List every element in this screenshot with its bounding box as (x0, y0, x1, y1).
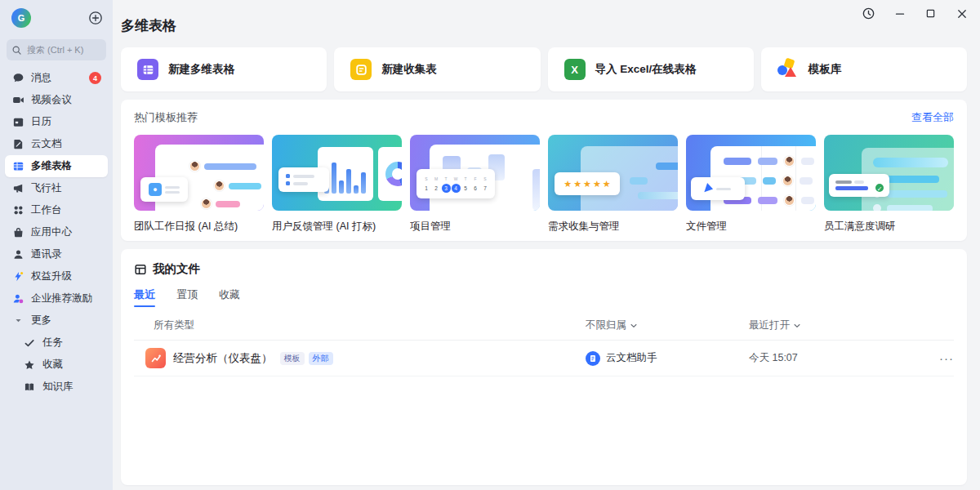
sidebar-item-label: 视频会议 (31, 93, 72, 107)
sidebar-item-bitable[interactable]: 多维表格 (5, 155, 108, 177)
doc-icon (11, 138, 24, 151)
template-thumbnail: ● (134, 135, 264, 211)
star-icon: ★ (593, 180, 601, 189)
sidebar-item-wiki[interactable]: 知识库 (5, 376, 108, 398)
files-filter-row: 所有类型 不限归属 最近打开 (134, 318, 954, 332)
page-title: 多维表格 (121, 16, 967, 36)
sidebar-item-referral[interactable]: 企业推荐激励 (5, 287, 108, 310)
template-library-button[interactable]: 模板库 (761, 47, 967, 91)
last-opened-time: 今天 15:07 (749, 351, 924, 365)
megaphone-icon (11, 182, 24, 195)
my-files-icon (134, 263, 147, 276)
new-bitable-button[interactable]: 新建多维表格 (121, 47, 327, 91)
search-box[interactable] (7, 39, 106, 60)
sidebar-item-app-center[interactable]: 应用中心 (5, 221, 108, 243)
calendar-icon (11, 116, 24, 129)
sidebar-item-label: 企业推荐激励 (31, 292, 92, 305)
template-card-requirements[interactable]: ★★★★★ 需求收集与管理 (548, 135, 678, 234)
new-bitable-icon (137, 59, 158, 80)
template-badge: 模板 (280, 352, 305, 365)
sidebar-item-messages[interactable]: 消息 4 (5, 67, 108, 89)
template-thumbnail: SMTWTFS 1234567 (410, 135, 540, 211)
sidebar-item-label: 多维表格 (31, 159, 72, 173)
my-files-panel: 我的文件 最近 置顶 收藏 所有类型 不限归属 最近打开 经营分析（仪表盘） (121, 249, 967, 485)
filter-all-types: 所有类型 (134, 318, 586, 332)
tab-favorites[interactable]: 收藏 (219, 287, 240, 307)
sidebar-item-label: 收藏 (42, 358, 63, 372)
action-label: 新建收集表 (381, 62, 437, 77)
thumb-calendar-chip: SMTWTFS 1234567 (416, 169, 495, 198)
template-thumbnail (686, 135, 816, 211)
sidebar-item-label: 更多 (31, 314, 51, 327)
sidebar-item-tasks[interactable]: 任务 (5, 332, 108, 354)
chat-icon (11, 72, 24, 85)
template-card-label: 团队工作日报 (AI 总结) (134, 220, 264, 234)
action-label: 模板库 (808, 62, 842, 77)
template-card-project[interactable]: SMTWTFS 1234567 项目管理 (410, 135, 540, 234)
template-card-label: 员工满意度调研 (824, 220, 954, 234)
sidebar-item-label: 知识库 (42, 380, 74, 394)
add-icon[interactable] (88, 11, 103, 25)
sidebar-item-contacts[interactable]: 通讯录 (5, 243, 108, 265)
template-card-feedback[interactable]: 用户反馈管理 (AI 打标) (272, 135, 402, 234)
template-card-file-management[interactable]: 文件管理 (686, 135, 816, 234)
book-icon (23, 381, 36, 394)
sidebar-item-label: 权益升级 (31, 270, 72, 283)
close-icon[interactable] (955, 7, 969, 20)
minimize-icon[interactable] (893, 7, 906, 20)
more-icon[interactable]: ··· (924, 351, 954, 365)
sidebar-item-community[interactable]: 飞行社 (5, 177, 108, 199)
maximize-icon[interactable] (924, 7, 938, 20)
bag-icon (11, 226, 24, 239)
star-icon: ★ (573, 180, 581, 189)
thumb-cursor-chip (691, 177, 745, 200)
new-form-icon (350, 59, 372, 80)
template-card-label: 需求收集与管理 (548, 220, 678, 234)
file-row[interactable]: 经营分析（仪表盘） 模板 外部 云文档助手 今天 15:07 ··· (134, 341, 954, 376)
sidebar-item-label: 工作台 (31, 203, 62, 217)
sidebar-item-favorites[interactable]: 收藏 (5, 354, 108, 376)
hot-templates-panel: 热门模板推荐 查看全部 ● 团队工作日报 (AI 总结) (121, 100, 967, 241)
sidebar-item-label: 任务 (42, 336, 63, 350)
sidebar-item-upgrade[interactable]: 权益升级 (5, 265, 108, 287)
new-form-button[interactable]: 新建收集表 (334, 47, 540, 91)
history-icon[interactable] (862, 7, 875, 20)
template-card-daily-report[interactable]: ● 团队工作日报 (AI 总结) (134, 135, 264, 234)
chevron-down-icon (11, 314, 24, 327)
sidebar-item-more[interactable]: 更多 (5, 310, 108, 332)
sidebar: G 消息 4 视频会议 日历 云文档 多维表格 (0, 0, 113, 490)
filter-owner-dropdown[interactable]: 不限归属 (586, 318, 749, 332)
sidebar-item-calendar[interactable]: 日历 (5, 111, 108, 133)
sidebar-item-workplace[interactable]: 工作台 (5, 199, 108, 221)
sidebar-item-label: 消息 (31, 71, 51, 85)
tab-pinned[interactable]: 置顶 (176, 287, 198, 307)
window-controls (862, 7, 969, 20)
owner-avatar (586, 351, 600, 366)
search-icon (11, 45, 22, 56)
check-icon (23, 336, 36, 350)
template-library-icon (777, 59, 799, 80)
thumb-chip (278, 167, 329, 192)
dashboard-file-icon (145, 348, 166, 368)
sidebar-item-video-meetings[interactable]: 视频会议 (5, 89, 108, 111)
unread-badge: 4 (89, 72, 101, 84)
sidebar-item-label: 日历 (31, 115, 51, 129)
template-thumbnail (272, 135, 402, 211)
action-label: 导入 Excel/在线表格 (595, 62, 697, 77)
thumb-donut-panel (378, 147, 402, 201)
sidebar-item-docs[interactable]: 云文档 (5, 133, 108, 155)
template-thumbnail: ★★★★★ (548, 135, 678, 211)
filter-sort-dropdown[interactable]: 最近打开 (749, 318, 924, 332)
star-icon: ★ (583, 180, 591, 189)
template-thumbnail: ✓ (824, 135, 954, 211)
view-all-link[interactable]: 查看全部 (911, 110, 954, 125)
import-excel-button[interactable]: X 导入 Excel/在线表格 (548, 47, 754, 91)
avatar[interactable]: G (11, 8, 31, 28)
files-tabs: 最近 置顶 收藏 (134, 287, 954, 307)
tab-recent[interactable]: 最近 (134, 287, 155, 307)
template-card-survey[interactable]: ✓ 员工满意度调研 (824, 135, 954, 234)
search-input[interactable] (25, 44, 100, 56)
cursor-icon (704, 183, 714, 194)
template-card-label: 文件管理 (686, 220, 816, 234)
check-icon: ✓ (874, 182, 885, 194)
